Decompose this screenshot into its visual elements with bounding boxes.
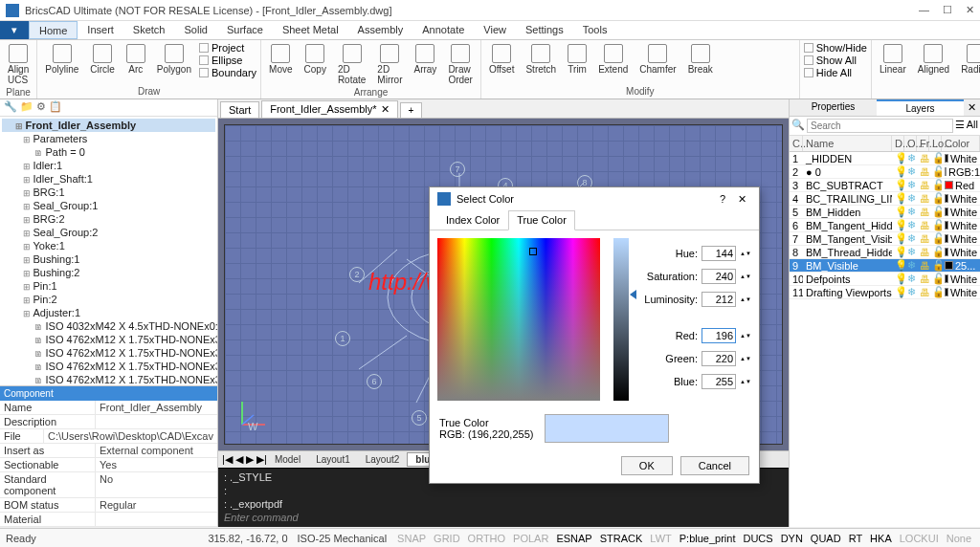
maximize-icon[interactable]: ☐ bbox=[943, 4, 952, 16]
ribbon-project[interactable]: Project bbox=[199, 42, 256, 54]
tab-close-icon[interactable]: ✕ bbox=[381, 103, 390, 116]
luminosity-bar[interactable] bbox=[613, 238, 629, 401]
tree-node[interactable]: Bushing:2 bbox=[2, 266, 215, 279]
hue-input[interactable] bbox=[702, 246, 736, 261]
status-flag-quad[interactable]: QUAD bbox=[808, 532, 844, 545]
layer-row[interactable]: 8BM_Thread_Hidden💡❄🖶🔓White bbox=[790, 246, 980, 259]
tree-node[interactable]: BRG:2 bbox=[2, 212, 215, 226]
tab-layers[interactable]: Layers bbox=[877, 99, 964, 116]
status-flag-dyn[interactable]: DYN bbox=[778, 532, 806, 545]
lum-spinner[interactable]: ▲▼ bbox=[740, 296, 751, 302]
panel-menu-icon[interactable]: All bbox=[967, 119, 978, 133]
prop-value[interactable] bbox=[96, 513, 217, 526]
tree-content[interactable]: Front_Idler_Assembly ParametersPath = 0I… bbox=[0, 117, 217, 385]
status-flag-pblue_print[interactable]: P:blue_print bbox=[677, 532, 739, 545]
ribbon-draw[interactable]: DrawOrder bbox=[444, 42, 477, 87]
ribbon-trim[interactable]: Trim bbox=[564, 42, 590, 77]
menu-sheet-metal[interactable]: Sheet Metal bbox=[273, 21, 348, 39]
prop-value[interactable]: C:\Users\Rowi\Desktop\CAD\Excav bbox=[44, 429, 217, 443]
tree-node[interactable]: ISO 4762xM12 X 1.75xTHD-NONEx30:2 bbox=[2, 346, 215, 360]
tree-node[interactable]: ISO 4762xM12 X 1.75xTHD-NONEx30:3 bbox=[2, 360, 215, 373]
status-flag-esnap[interactable]: ESNAP bbox=[553, 532, 594, 545]
dialog-help-icon[interactable]: ? bbox=[713, 193, 732, 205]
prop-value[interactable] bbox=[96, 415, 217, 428]
green-spinner[interactable]: ▲▼ bbox=[740, 356, 751, 361]
tree-node[interactable]: Parameters bbox=[2, 132, 215, 145]
lum-input[interactable] bbox=[702, 292, 736, 307]
status-flag-rt[interactable]: RT bbox=[846, 532, 865, 545]
ribbon-chamfer[interactable]: Chamfer bbox=[635, 42, 679, 77]
sat-input[interactable] bbox=[702, 269, 736, 284]
color-spectrum[interactable] bbox=[437, 238, 600, 401]
status-flag-grid[interactable]: GRID bbox=[431, 532, 463, 545]
new-tab-button[interactable]: + bbox=[400, 102, 423, 118]
status-flag-hka[interactable]: HKA bbox=[867, 532, 895, 545]
tree-node[interactable]: Bushing:1 bbox=[2, 252, 215, 266]
prop-value[interactable]: Front_Idler_Assembly bbox=[96, 401, 217, 414]
spectrum-cursor[interactable] bbox=[529, 248, 537, 255]
layer-search-input[interactable] bbox=[807, 119, 953, 133]
luminosity-slider[interactable] bbox=[630, 290, 636, 299]
status-flag-lwt[interactable]: LWT bbox=[647, 532, 674, 545]
menu-surface[interactable]: Surface bbox=[217, 21, 273, 39]
layer-row[interactable]: 4BC_TRAILING_LINES💡❄🖶🔓White bbox=[790, 192, 980, 206]
minimize-icon[interactable]: — bbox=[919, 4, 929, 16]
ribbon-circle[interactable]: Circle bbox=[86, 42, 119, 77]
layer-col-header[interactable]: O... bbox=[904, 136, 917, 151]
prop-value[interactable]: External component bbox=[96, 444, 217, 457]
menu-solid[interactable]: Solid bbox=[175, 21, 217, 39]
tree-node[interactable]: Path = 0 bbox=[2, 145, 215, 159]
tree-node[interactable]: Seal_Group:2 bbox=[2, 226, 215, 239]
layer-row[interactable]: 7BM_Tangent_Visible💡❄🖶🔓White bbox=[790, 232, 980, 246]
layer-col-header[interactable]: D... bbox=[892, 136, 904, 151]
dialog-close-icon[interactable]: ✕ bbox=[732, 193, 751, 206]
layout-nav[interactable]: |◀ ◀ ▶ ▶| bbox=[222, 453, 267, 466]
ribbon-show-all[interactable]: Show All bbox=[804, 55, 867, 66]
ribbon-array[interactable]: Array bbox=[410, 42, 440, 77]
status-flag-polar[interactable]: POLAR bbox=[510, 532, 551, 545]
prop-value[interactable]: Yes bbox=[96, 458, 217, 471]
ribbon-2d[interactable]: 2DRotate bbox=[334, 42, 369, 87]
tree-node[interactable]: Adjuster:1 bbox=[2, 306, 215, 319]
layer-row[interactable]: 3BC_SUBTRACT💡❄🖶🔓Red bbox=[790, 179, 980, 192]
ribbon-align[interactable]: AlignUCS bbox=[4, 42, 33, 87]
ribbon-break[interactable]: Break bbox=[684, 42, 717, 77]
ribbon-offset[interactable]: Offset bbox=[485, 42, 519, 77]
cancel-button[interactable]: Cancel bbox=[680, 456, 749, 475]
ribbon-polygon[interactable]: Polygon bbox=[153, 42, 195, 77]
layer-row[interactable]: 6BM_Tangent_Hidden💡❄🖶🔓White bbox=[790, 219, 980, 232]
doc-tab[interactable]: Front_Idler_Assembly*✕ bbox=[261, 100, 397, 118]
tab-index-color[interactable]: Index Color bbox=[437, 210, 508, 230]
ribbon-hide-all[interactable]: Hide All bbox=[804, 67, 867, 78]
ribbon-radius[interactable]: Radius bbox=[957, 42, 980, 77]
layer-table[interactable]: C...NameD...O...Fr...Lo...Color 1_HIDDEN… bbox=[790, 136, 980, 527]
red-spinner[interactable]: ▲▼ bbox=[740, 333, 751, 339]
tab-true-color[interactable]: True Color bbox=[508, 210, 575, 230]
layer-row[interactable]: 2● 0💡❄🖶🔓RGB:196 bbox=[790, 165, 980, 179]
blue-input[interactable] bbox=[702, 374, 736, 389]
ribbon-show-hide[interactable]: Show/Hide bbox=[804, 42, 867, 54]
layer-row[interactable]: 11Drafting Viewports💡❄🖶🔓White bbox=[790, 286, 980, 299]
tree-node[interactable]: Idler_Shaft:1 bbox=[2, 172, 215, 186]
ribbon-ellipse[interactable]: Ellipse bbox=[199, 55, 256, 66]
tab-properties[interactable]: Properties bbox=[790, 99, 877, 116]
menu-settings[interactable]: Settings bbox=[516, 21, 573, 39]
layer-row[interactable]: 10Defpoints💡❄🖶🔓White bbox=[790, 273, 980, 286]
ribbon-arc[interactable]: Arc bbox=[122, 42, 149, 77]
ribbon-move[interactable]: Move bbox=[265, 42, 296, 77]
layer-col-header[interactable]: C... bbox=[790, 136, 803, 151]
tree-node[interactable]: Pin:2 bbox=[2, 293, 215, 306]
menu-sketch[interactable]: Sketch bbox=[123, 21, 175, 39]
layer-row[interactable]: 1_HIDDEN💡❄🖶🔓White bbox=[790, 152, 980, 165]
blue-spinner[interactable]: ▲▼ bbox=[740, 379, 751, 384]
ok-button[interactable]: OK bbox=[621, 456, 673, 475]
layer-row[interactable]: 5BM_Hidden💡❄🖶🔓White bbox=[790, 206, 980, 219]
status-flag-ortho[interactable]: ORTHO bbox=[465, 532, 509, 545]
tree-node[interactable]: Seal_Group:1 bbox=[2, 199, 215, 212]
layer-col-header[interactable]: Color bbox=[942, 136, 980, 151]
close-icon[interactable]: ✕ bbox=[966, 4, 974, 16]
prop-value[interactable]: Regular bbox=[96, 498, 217, 512]
menu-home[interactable]: Home bbox=[29, 21, 78, 39]
ribbon-copy[interactable]: Copy bbox=[301, 42, 330, 77]
status-flag-lockui[interactable]: LOCKUI bbox=[897, 532, 942, 545]
